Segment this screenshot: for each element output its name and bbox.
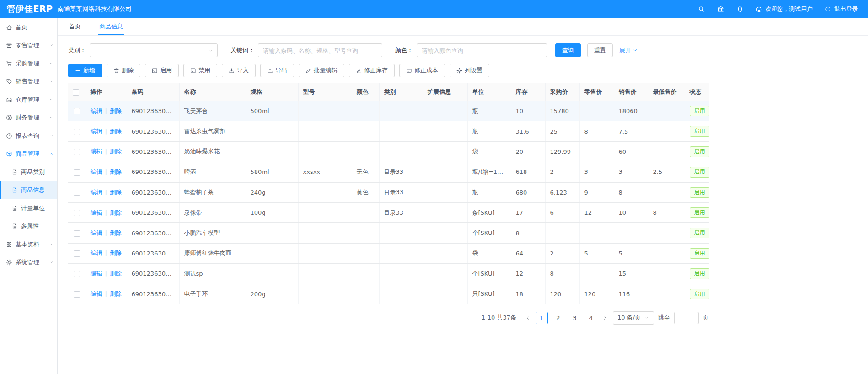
sidebar-item-9[interactable]: 商品信息 — [0, 181, 57, 200]
row-checkbox[interactable] — [74, 230, 80, 237]
delete-link[interactable]: 删除 — [110, 168, 122, 175]
toolbar-button-6[interactable]: 批量编辑 — [299, 64, 344, 77]
finance-icon — [6, 114, 12, 121]
keyword-input[interactable] — [258, 43, 382, 57]
row-checkbox[interactable] — [74, 169, 80, 176]
logout-button[interactable]: 退出登录 — [825, 5, 858, 13]
toolbar-button-8[interactable]: 修正成本 — [399, 64, 445, 77]
row-checkbox[interactable] — [74, 210, 80, 216]
app-logo[interactable]: 管伊佳ERP — [0, 3, 51, 15]
delete-link[interactable]: 删除 — [110, 189, 122, 195]
prev-page-button[interactable] — [524, 315, 531, 320]
toolbar-button-7[interactable]: 修正库存 — [349, 64, 395, 77]
delete-link[interactable]: 删除 — [110, 290, 122, 297]
sidebar-item-8[interactable]: 商品类别 — [0, 163, 57, 181]
edit-link[interactable]: 编辑 — [91, 128, 102, 135]
sidebar-item-4[interactable]: 仓库管理 — [0, 91, 57, 109]
row-checkbox[interactable] — [74, 129, 80, 135]
row-checkbox[interactable] — [74, 271, 80, 277]
sidebar-item-3[interactable]: 销售管理 — [0, 73, 57, 91]
status-badge[interactable]: 启用 — [690, 126, 709, 136]
delete-link[interactable]: 删除 — [110, 128, 122, 135]
jump-page-input[interactable] — [674, 312, 699, 324]
color-input[interactable] — [417, 43, 547, 57]
sidebar-item-6[interactable]: 报表查询 — [0, 127, 57, 145]
portal-icon[interactable] — [717, 5, 724, 13]
delete-link[interactable]: 删除 — [110, 108, 122, 114]
status-badge[interactable]: 启用 — [690, 289, 709, 299]
table-row: 编辑|删除6901236301338啤酒580mlxxsxx无色目录33瓶/(箱… — [68, 162, 709, 182]
status-badge[interactable]: 启用 — [690, 207, 709, 218]
status-badge[interactable]: 启用 — [690, 106, 709, 116]
cell-barcode: 6901236301337 — [127, 182, 179, 202]
edit-link[interactable]: 编辑 — [91, 168, 102, 175]
edit-link[interactable]: 编辑 — [91, 209, 102, 216]
edit-link[interactable]: 编辑 — [91, 249, 102, 256]
sidebar-item-label: 商品管理 — [16, 150, 39, 158]
sidebar-item-7[interactable]: 商品管理 — [0, 145, 57, 163]
sidebar-item-10[interactable]: 计量单位 — [0, 199, 57, 217]
chevron-down-icon — [49, 134, 54, 138]
row-checkbox[interactable] — [74, 291, 80, 298]
toolbar-button-4[interactable]: 导入 — [222, 64, 256, 77]
delete-link[interactable]: 删除 — [110, 148, 122, 155]
toolbar-button-3[interactable]: 禁用 — [183, 64, 217, 77]
status-badge[interactable]: 启用 — [690, 187, 709, 198]
bell-icon[interactable] — [736, 5, 744, 13]
toolbar-button-5[interactable]: 导出 — [260, 64, 294, 77]
status-badge[interactable]: 启用 — [690, 228, 709, 238]
sidebar-item-11[interactable]: 多属性 — [0, 217, 57, 236]
expand-link[interactable]: 展开 — [619, 46, 638, 54]
edit-link[interactable]: 编辑 — [91, 108, 102, 114]
sidebar-item-13[interactable]: 系统管理 — [0, 254, 57, 272]
category-select[interactable] — [90, 43, 218, 57]
status-badge[interactable]: 启用 — [690, 146, 709, 157]
cell-retail — [579, 264, 614, 284]
reset-button[interactable]: 重置 — [587, 43, 613, 57]
sidebar-item-0[interactable]: 首页 — [0, 18, 57, 37]
sidebar-item-5[interactable]: 财务管理 — [0, 109, 57, 127]
table-row: 编辑|删除6901236301337蜂蜜柚子茶240g黄色目录33瓶6806.1… — [68, 182, 709, 202]
sidebar-item-1[interactable]: 零售管理 — [0, 37, 57, 55]
tab-1[interactable]: 商品信息 — [98, 18, 124, 35]
page-button-1[interactable]: 1 — [536, 312, 548, 324]
edit-link[interactable]: 编辑 — [91, 148, 102, 155]
toolbar-button-1[interactable]: 删除 — [107, 64, 140, 77]
page-button-4[interactable]: 4 — [585, 312, 597, 324]
col-name: 名称 — [179, 83, 246, 101]
edit-link[interactable]: 编辑 — [91, 189, 102, 195]
delete-link[interactable]: 删除 — [110, 229, 122, 236]
sidebar-item-12[interactable]: 基本资料 — [0, 235, 57, 254]
toolbar-button-2[interactable]: 启用 — [145, 64, 179, 77]
cell-unit: 个[SKU] — [467, 223, 511, 243]
tab-0[interactable]: 首页 — [68, 18, 82, 35]
toolbar-button-0[interactable]: 新增 — [68, 64, 102, 77]
select-all-checkbox[interactable] — [73, 89, 79, 96]
page-size-select[interactable]: 10 条/页 — [613, 311, 654, 325]
row-checkbox[interactable] — [74, 250, 80, 257]
row-checkbox[interactable] — [74, 108, 80, 114]
cell-name: 测试sp — [179, 264, 246, 284]
delete-link[interactable]: 删除 — [110, 209, 122, 216]
cell-retail: 3 — [579, 162, 614, 182]
status-badge[interactable]: 启用 — [690, 268, 709, 279]
status-badge[interactable]: 启用 — [690, 248, 709, 259]
edit-link[interactable]: 编辑 — [91, 270, 102, 277]
page-button-2[interactable]: 2 — [552, 312, 564, 324]
status-badge[interactable]: 启用 — [690, 167, 709, 177]
search-button[interactable]: 查询 — [555, 43, 581, 57]
edit-link[interactable]: 编辑 — [91, 290, 102, 297]
toolbar-button-9[interactable]: 列设置 — [450, 64, 489, 77]
next-page-button[interactable] — [601, 315, 609, 320]
cell-unit: 瓶 — [467, 182, 511, 202]
search-icon[interactable] — [698, 5, 705, 13]
user-welcome[interactable]: 欢迎您，测试用户 — [755, 5, 813, 13]
delete-link[interactable]: 删除 — [110, 270, 122, 277]
company-name: 南通某某网络科技有限公司 — [58, 5, 132, 13]
row-checkbox[interactable] — [74, 190, 80, 196]
delete-link[interactable]: 删除 — [110, 249, 122, 256]
row-checkbox[interactable] — [74, 149, 80, 155]
sidebar-item-2[interactable]: 采购管理 — [0, 54, 57, 73]
page-button-3[interactable]: 3 — [568, 312, 581, 324]
edit-link[interactable]: 编辑 — [91, 229, 102, 236]
